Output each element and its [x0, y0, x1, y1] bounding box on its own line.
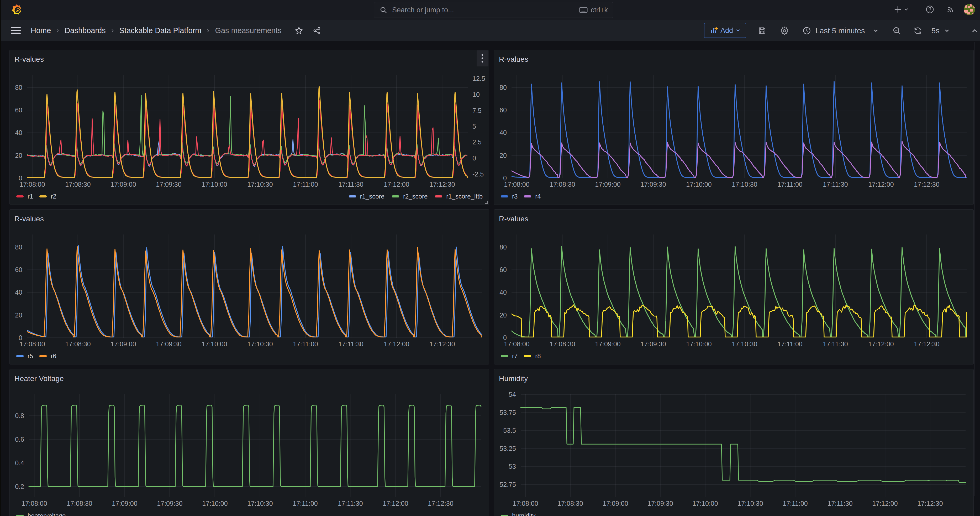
svg-text:-2.5: -2.5: [473, 170, 484, 178]
svg-text:17:10:30: 17:10:30: [247, 500, 273, 507]
svg-text:17:09:30: 17:09:30: [648, 500, 673, 507]
svg-text:17:11:30: 17:11:30: [338, 340, 363, 348]
svg-text:17:12:00: 17:12:00: [872, 500, 897, 507]
svg-text:17:10:30: 17:10:30: [732, 181, 757, 188]
svg-text:17:12:00: 17:12:00: [384, 340, 409, 348]
svg-text:40: 40: [15, 288, 22, 296]
svg-text:17:11:00: 17:11:00: [777, 340, 802, 348]
svg-text:60: 60: [15, 266, 22, 273]
svg-text:7.5: 7.5: [473, 107, 482, 114]
svg-text:0.8: 0.8: [15, 412, 24, 419]
svg-text:17:08:00: 17:08:00: [19, 340, 45, 348]
svg-text:17:09:00: 17:09:00: [595, 340, 620, 348]
svg-text:17:08:30: 17:08:30: [557, 500, 583, 507]
svg-text:17:11:30: 17:11:30: [823, 181, 848, 188]
svg-text:17:10:30: 17:10:30: [247, 340, 273, 348]
svg-text:17:10:30: 17:10:30: [732, 340, 757, 348]
svg-text:17:09:30: 17:09:30: [156, 340, 181, 348]
svg-text:40: 40: [15, 129, 22, 136]
svg-text:5: 5: [473, 123, 476, 130]
svg-text:17:11:00: 17:11:00: [293, 181, 318, 188]
svg-text:20: 20: [15, 311, 22, 319]
svg-text:53: 53: [509, 463, 516, 470]
svg-text:17:11:00: 17:11:00: [777, 181, 802, 188]
svg-text:17:11:00: 17:11:00: [293, 500, 318, 507]
svg-text:53.5: 53.5: [503, 427, 516, 434]
svg-text:60: 60: [15, 106, 22, 114]
svg-text:80: 80: [15, 84, 22, 91]
svg-text:17:10:30: 17:10:30: [738, 500, 763, 507]
svg-text:17:10:30: 17:10:30: [247, 181, 273, 188]
svg-text:17:11:30: 17:11:30: [823, 340, 848, 348]
svg-text:17:11:30: 17:11:30: [338, 181, 363, 188]
svg-text:0.6: 0.6: [15, 436, 24, 443]
svg-text:17:11:30: 17:11:30: [827, 500, 853, 507]
svg-text:54: 54: [509, 391, 516, 398]
svg-text:17:08:30: 17:08:30: [550, 340, 575, 348]
svg-text:80: 80: [15, 244, 22, 251]
svg-text:0.2: 0.2: [15, 483, 24, 490]
svg-text:17:12:00: 17:12:00: [384, 181, 409, 188]
svg-text:17:09:30: 17:09:30: [640, 181, 666, 188]
svg-text:17:12:30: 17:12:30: [430, 181, 455, 188]
svg-text:17:12:00: 17:12:00: [383, 500, 408, 507]
svg-text:17:08:00: 17:08:00: [19, 181, 45, 188]
svg-text:17:08:00: 17:08:00: [512, 500, 538, 507]
svg-text:17:12:00: 17:12:00: [868, 340, 894, 348]
svg-text:10: 10: [473, 91, 480, 98]
svg-text:17:12:30: 17:12:30: [914, 340, 939, 348]
svg-text:17:09:00: 17:09:00: [603, 500, 628, 507]
svg-text:17:12:30: 17:12:30: [914, 181, 939, 188]
svg-text:17:10:00: 17:10:00: [202, 340, 227, 348]
svg-text:17:12:00: 17:12:00: [868, 181, 894, 188]
svg-text:40: 40: [500, 288, 507, 296]
svg-text:52.75: 52.75: [500, 481, 516, 488]
svg-text:17:12:30: 17:12:30: [917, 500, 943, 507]
svg-text:40: 40: [500, 129, 507, 136]
svg-text:17:08:00: 17:08:00: [504, 340, 529, 348]
svg-text:2.5: 2.5: [473, 139, 482, 146]
svg-text:17:12:30: 17:12:30: [428, 500, 453, 507]
svg-text:20: 20: [15, 152, 22, 159]
svg-text:17:09:30: 17:09:30: [157, 500, 182, 507]
svg-text:17:09:00: 17:09:00: [110, 340, 136, 348]
svg-text:17:09:30: 17:09:30: [640, 340, 666, 348]
svg-text:17:08:00: 17:08:00: [504, 181, 529, 188]
svg-text:17:09:30: 17:09:30: [156, 181, 181, 188]
svg-text:17:08:00: 17:08:00: [22, 500, 47, 507]
svg-text:20: 20: [500, 152, 507, 159]
svg-text:17:11:00: 17:11:00: [783, 500, 808, 507]
svg-text:20: 20: [500, 311, 507, 319]
svg-text:17:10:00: 17:10:00: [202, 500, 228, 507]
svg-text:17:10:00: 17:10:00: [686, 181, 711, 188]
svg-text:17:11:00: 17:11:00: [293, 340, 318, 348]
svg-text:12.5: 12.5: [473, 75, 485, 82]
svg-text:17:08:30: 17:08:30: [67, 500, 92, 507]
svg-text:17:08:30: 17:08:30: [65, 181, 91, 188]
svg-text:53.75: 53.75: [500, 409, 516, 416]
svg-text:53.25: 53.25: [500, 445, 516, 452]
svg-text:60: 60: [500, 266, 507, 273]
svg-text:80: 80: [500, 244, 507, 251]
svg-text:17:11:30: 17:11:30: [338, 500, 363, 507]
svg-text:0.4: 0.4: [15, 459, 24, 467]
svg-text:17:08:30: 17:08:30: [65, 340, 91, 348]
svg-text:17:10:00: 17:10:00: [692, 500, 718, 507]
svg-text:17:10:00: 17:10:00: [202, 181, 227, 188]
svg-text:0: 0: [473, 154, 476, 162]
svg-text:17:08:30: 17:08:30: [550, 181, 575, 188]
svg-text:17:10:00: 17:10:00: [686, 340, 711, 348]
svg-text:17:12:30: 17:12:30: [430, 340, 455, 348]
svg-text:80: 80: [500, 84, 507, 91]
svg-text:60: 60: [500, 106, 507, 114]
svg-text:17:09:00: 17:09:00: [112, 500, 137, 507]
svg-text:17:09:00: 17:09:00: [595, 181, 620, 188]
svg-text:17:09:00: 17:09:00: [110, 181, 136, 188]
